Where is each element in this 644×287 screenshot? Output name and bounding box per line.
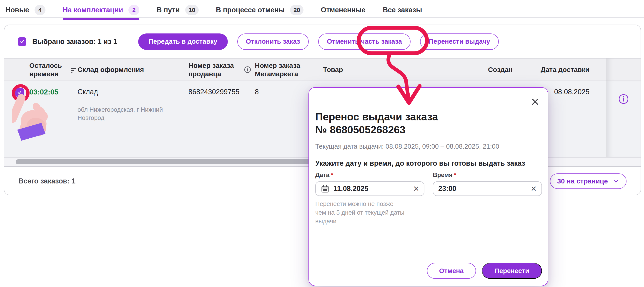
check-icon bbox=[17, 90, 22, 95]
tab-label: Все заказы bbox=[383, 6, 422, 14]
warehouse-address: обл Нижегородская, г Нижний Новгород bbox=[78, 106, 175, 122]
select-all-checkbox[interactable] bbox=[18, 37, 26, 46]
cell-warehouse: Склад обл Нижегородская, г Нижний Новгор… bbox=[78, 81, 188, 157]
reject-order-button[interactable]: Отклонить заказ bbox=[237, 34, 309, 50]
modal-title-line2: № 8680505268263 bbox=[315, 123, 542, 136]
cell-seller-order: 8682430299755 bbox=[188, 81, 255, 157]
row-checkbox[interactable] bbox=[15, 88, 24, 97]
tab-cancelling[interactable]: В процессе отмены 20 bbox=[216, 5, 304, 15]
orders-total-label: Всего заказов: 1 bbox=[18, 177, 76, 185]
tab-picking[interactable]: На комплектации 2 bbox=[63, 5, 139, 15]
tab-label: В пути bbox=[156, 6, 180, 14]
selected-count-label: Выбрано заказов: 1 из 1 bbox=[32, 38, 117, 46]
send-to-delivery-button[interactable]: Передать в доставку bbox=[138, 34, 228, 50]
table-header-row: Осталось времени Склад оформления Номер … bbox=[4, 58, 640, 81]
bulk-actions-toolbar: Выбрано заказов: 1 из 1 Передать в доста… bbox=[4, 25, 640, 58]
cancel-button[interactable]: Отмена bbox=[427, 263, 476, 279]
header-actions-cell bbox=[606, 59, 640, 81]
tabs-divider bbox=[0, 17, 644, 18]
header-product: Товар bbox=[323, 59, 460, 81]
clear-date-icon[interactable]: × bbox=[413, 185, 419, 192]
date-field-label: Дата* bbox=[315, 172, 424, 179]
date-field-group: Дата* 11.08.2025 × Перенести можно не по… bbox=[315, 172, 424, 225]
header-created: Создан bbox=[460, 59, 516, 81]
header-marketplace-order-label: Номер заказа Мегамаркета bbox=[255, 61, 307, 78]
header-time-left: Осталось времени bbox=[29, 59, 78, 81]
calendar-icon bbox=[321, 184, 330, 193]
required-mark: * bbox=[331, 172, 334, 178]
header-delivery-date: Дата доставки bbox=[516, 59, 606, 81]
date-input[interactable]: 11.08.2025 × bbox=[315, 181, 424, 196]
reschedule-hint: Перенести можно не позже чем на 5 дней о… bbox=[315, 200, 424, 225]
header-seller-order-label: Номер заказа продавца bbox=[188, 61, 241, 78]
reschedule-pickup-modal: Перенос выдачи заказа № 8680505268263 Те… bbox=[308, 87, 548, 286]
order-status-tabs: Новые 4 На комплектации 2 В пути 10 В пр… bbox=[6, 3, 440, 17]
tab-count-badge: 20 bbox=[290, 5, 304, 15]
modal-fields: Дата* 11.08.2025 × Перенести можно не по… bbox=[315, 172, 542, 225]
page-size-value: 30 на странице bbox=[557, 177, 608, 185]
warehouse-name: Склад bbox=[78, 88, 188, 96]
tab-in-transit[interactable]: В пути 10 bbox=[156, 5, 199, 15]
header-time-left-label: Осталось времени bbox=[29, 61, 68, 78]
chevron-down-icon bbox=[612, 178, 619, 185]
header-marketplace-order: Номер заказа Мегамаркета bbox=[255, 59, 323, 81]
header-checkbox-cell bbox=[4, 59, 29, 81]
modal-actions: Отмена Перенести bbox=[315, 263, 542, 280]
sort-icon[interactable] bbox=[71, 66, 78, 73]
tab-label: Отмененные bbox=[321, 6, 366, 14]
time-input-value: 23:00 bbox=[438, 185, 456, 193]
tab-label: Новые bbox=[6, 6, 29, 14]
submit-reschedule-button[interactable]: Перенести bbox=[482, 263, 542, 279]
cancel-part-order-button[interactable]: Отменить часть заказа bbox=[318, 34, 410, 50]
current-pickup-date-label: Текущая дата выдачи: 08.08.2025, 09:00 –… bbox=[315, 143, 542, 150]
tab-count-badge: 10 bbox=[185, 5, 199, 15]
tab-all-orders[interactable]: Все заказы bbox=[383, 6, 422, 14]
modal-instruction: Укажите дату и время, до которого вы гот… bbox=[315, 159, 542, 167]
time-left-value: 03:02:05 bbox=[29, 88, 58, 96]
page-size-select[interactable]: 30 на странице bbox=[550, 173, 626, 189]
check-icon bbox=[19, 39, 25, 44]
header-seller-order: Номер заказа продавца bbox=[188, 59, 255, 81]
close-icon[interactable] bbox=[531, 98, 539, 107]
date-input-value: 11.08.2025 bbox=[334, 185, 368, 193]
order-info-icon[interactable] bbox=[618, 94, 629, 104]
time-field-label: Время* bbox=[433, 172, 542, 179]
modal-title-line1: Перенос выдачи заказа bbox=[315, 110, 542, 123]
time-input[interactable]: 23:00 × bbox=[433, 181, 542, 196]
orders-page: Новые 4 На комплектации 2 В пути 10 В пр… bbox=[0, 0, 644, 287]
reschedule-pickup-button[interactable]: Перенести выдачу bbox=[420, 34, 499, 50]
row-checkbox-cell bbox=[4, 81, 29, 157]
header-warehouse: Склад оформления bbox=[78, 59, 188, 81]
modal-title: Перенос выдачи заказа № 8680505268263 bbox=[315, 110, 542, 136]
tab-new[interactable]: Новые 4 bbox=[6, 5, 46, 15]
clear-time-icon[interactable]: × bbox=[531, 185, 536, 192]
cell-time-left: 03:02:05 bbox=[29, 81, 78, 157]
tab-cancelled[interactable]: Отмененные bbox=[321, 6, 366, 14]
tab-count-badge: 4 bbox=[34, 5, 46, 15]
cell-actions bbox=[606, 81, 640, 157]
tab-label: В процессе отмены bbox=[216, 6, 285, 14]
tab-label: На комплектации bbox=[63, 6, 123, 14]
info-icon[interactable] bbox=[244, 66, 251, 73]
required-mark: * bbox=[454, 172, 456, 178]
tab-count-badge: 2 bbox=[128, 5, 139, 15]
time-field-group: Время* 23:00 × bbox=[433, 172, 542, 225]
